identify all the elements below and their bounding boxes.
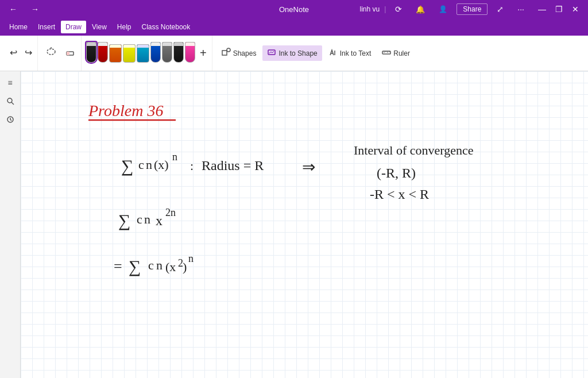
shapes-label: Shapes	[233, 49, 257, 57]
pen-black[interactable]	[86, 42, 96, 63]
ribbon: ↩ ↪	[0, 36, 588, 71]
shapes-icon	[222, 48, 231, 59]
handwriting-overlay: Problem 36 ∑ c n (x) n : Radius = R ⇒ In…	[21, 71, 588, 378]
svg-text:Interval of convergence: Interval of convergence	[354, 143, 473, 157]
pen-pink[interactable]	[185, 42, 195, 63]
svg-text::: :	[190, 159, 194, 173]
svg-rect-3	[67, 52, 69, 55]
titlebar-nav: ← →	[5, 3, 44, 15]
svg-text:⇒: ⇒	[302, 158, 315, 176]
menu-insert[interactable]: Insert	[33, 21, 60, 33]
svg-text:∑: ∑	[129, 257, 141, 276]
svg-point-0	[47, 49, 55, 55]
pen-darkblue[interactable]	[150, 42, 161, 63]
svg-line-13	[11, 102, 14, 105]
eraser-icon	[64, 46, 76, 60]
pen-red[interactable]	[98, 42, 108, 63]
bell-button[interactable]: 🔔	[411, 4, 430, 15]
svg-point-12	[7, 98, 12, 103]
pen-black2[interactable]	[173, 42, 184, 63]
menubar: Home Insert Draw View Help Class Noteboo…	[0, 18, 588, 36]
shapes-tool[interactable]: Shapes	[217, 45, 261, 61]
eraser-button[interactable]	[61, 40, 79, 67]
svg-text:-R < x < R: -R < x < R	[370, 187, 429, 202]
pen-blue[interactable]	[137, 44, 149, 63]
svg-text:x: x	[156, 213, 163, 228]
ruler-icon	[382, 48, 391, 59]
svg-text:2n: 2n	[165, 207, 176, 218]
ink-to-shape-label: Ink to Shape	[278, 49, 317, 57]
username: linh vu	[359, 5, 380, 13]
minimize-button[interactable]: —	[533, 3, 551, 15]
svg-text:c: c	[148, 258, 154, 272]
pen-orange[interactable]	[109, 44, 122, 63]
svg-text:c: c	[137, 212, 142, 226]
undo-icon: ↩	[10, 47, 17, 58]
share-button[interactable]: Share	[457, 3, 488, 15]
ink-to-shape-tool[interactable]: Ink to Shape	[262, 45, 322, 61]
app-body: ≡ Problem 36 ∑ c n (x) n :	[0, 71, 588, 378]
sidebar-history-icon[interactable]	[3, 113, 17, 126]
forward-button[interactable]: →	[26, 3, 44, 15]
close-button[interactable]: ✕	[567, 3, 583, 15]
titlebar-right: linh vu | ⟳ 🔔 👤 Share ⤢ ··· — ❐ ✕	[359, 3, 583, 15]
ruler-label: Ruler	[393, 49, 410, 57]
left-sidebar: ≡	[0, 71, 21, 378]
app-title: OneNote	[279, 5, 309, 14]
notify-button[interactable]: 👤	[434, 4, 452, 14]
menu-view[interactable]: View	[87, 21, 111, 33]
pen-yellow[interactable]	[123, 44, 136, 63]
expand-button[interactable]: ⤢	[492, 3, 508, 15]
svg-text:∑: ∑	[118, 211, 130, 230]
grid-canvas: Problem 36 ∑ c n (x) n : Radius = R ⇒ In…	[21, 71, 588, 378]
window-controls: — ❐ ✕	[533, 3, 583, 15]
ribbon-ink-group: Shapes Ink to Shape Ink to Text Ruler	[215, 36, 417, 71]
ink-to-shape-icon	[267, 48, 276, 59]
svg-text:=: =	[114, 258, 122, 275]
ink-to-text-tool[interactable]: Ink to Text	[324, 45, 376, 61]
more-options-button[interactable]: ···	[513, 3, 529, 15]
svg-text:(-R, R): (-R, R)	[377, 165, 416, 180]
svg-text:n: n	[144, 212, 150, 226]
ribbon-tools-group	[40, 36, 82, 71]
lasso-button[interactable]	[42, 40, 60, 67]
ink-to-text-label: Ink to Text	[340, 49, 371, 57]
svg-text:): )	[183, 260, 187, 274]
svg-text:n: n	[188, 253, 194, 264]
menu-draw[interactable]: Draw	[61, 21, 86, 33]
svg-text:n: n	[172, 151, 177, 163]
svg-text:c: c	[138, 157, 144, 172]
sidebar-search-icon[interactable]	[3, 94, 17, 108]
svg-text:Problem 36: Problem 36	[88, 102, 163, 119]
pen-container	[86, 42, 195, 65]
svg-text:∑: ∑	[121, 156, 133, 176]
svg-rect-4	[222, 51, 227, 55]
menu-help[interactable]: Help	[113, 21, 136, 33]
menu-class-notebook[interactable]: Class Notebook	[137, 21, 195, 33]
restore-button[interactable]: ❐	[551, 3, 567, 15]
svg-text:n: n	[146, 157, 152, 172]
redo-icon: ↪	[25, 47, 32, 58]
svg-text:(x): (x)	[154, 157, 169, 172]
sidebar-nav-icon[interactable]: ≡	[3, 76, 17, 90]
undo-button[interactable]: ↩	[7, 40, 20, 67]
pen-gray[interactable]	[162, 42, 172, 63]
ink-to-text-icon	[328, 48, 338, 59]
svg-text:2: 2	[178, 257, 183, 269]
redo-button[interactable]: ↪	[22, 40, 35, 67]
back-button[interactable]: ←	[5, 3, 22, 15]
ribbon-undoredo-group: ↩ ↪	[5, 36, 38, 71]
ribbon-pens-group: +	[84, 36, 212, 71]
svg-text:(x: (x	[165, 260, 176, 274]
titlebar: ← → OneNote linh vu | ⟳ 🔔 👤 Share ⤢ ··· …	[0, 0, 588, 18]
ruler-tool[interactable]: Ruler	[377, 45, 415, 61]
svg-text:Radius = R: Radius = R	[202, 158, 264, 173]
sync-button[interactable]: ⟳	[390, 3, 407, 15]
add-pen-button[interactable]: +	[197, 43, 210, 64]
menu-home[interactable]: Home	[5, 21, 32, 33]
lasso-icon	[45, 46, 57, 60]
svg-point-5	[227, 48, 230, 52]
content-area[interactable]: Problem 36 ∑ c n (x) n : Radius = R ⇒ In…	[21, 71, 588, 378]
svg-text:n: n	[156, 258, 163, 272]
